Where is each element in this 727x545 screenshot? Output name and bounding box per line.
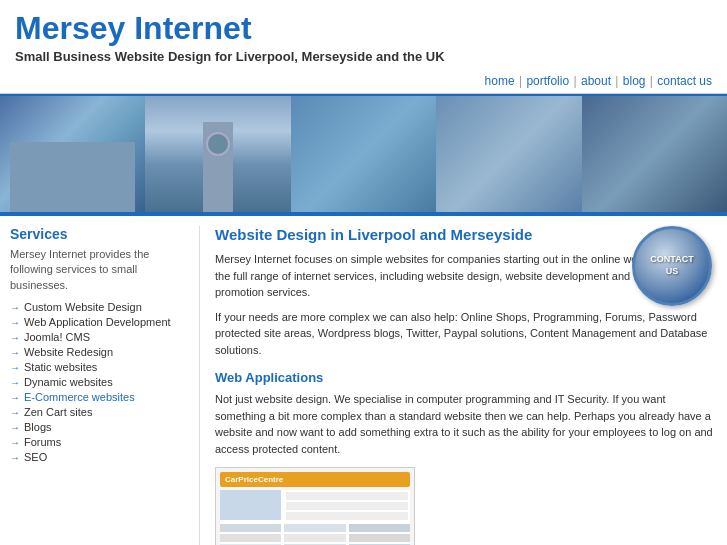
arrow-icon: → bbox=[10, 407, 20, 418]
arrow-icon: → bbox=[10, 422, 20, 433]
nav-portfolio[interactable]: portfolio bbox=[526, 74, 569, 88]
nav-sep-4: | bbox=[650, 74, 653, 88]
contact-btn-label: CONTACTUS bbox=[650, 254, 693, 277]
sidebar-link-dynamic[interactable]: Dynamic websites bbox=[24, 376, 113, 388]
nav-home[interactable]: home bbox=[485, 74, 515, 88]
image-strip bbox=[0, 94, 727, 214]
list-item: → Forums bbox=[10, 436, 189, 448]
sidebar-link-forums[interactable]: Forums bbox=[24, 436, 61, 448]
nav-blog[interactable]: blog bbox=[623, 74, 646, 88]
arrow-icon: → bbox=[10, 332, 20, 343]
arrow-icon: → bbox=[10, 452, 20, 463]
list-item: → SEO bbox=[10, 451, 189, 463]
sidebar: Services Mersey Internet provides the fo… bbox=[10, 226, 200, 545]
sidebar-link-joomla[interactable]: Joomla! CMS bbox=[24, 331, 90, 343]
sidebar-link-ecommerce[interactable]: E-Commerce websites bbox=[24, 391, 135, 403]
list-item: → Dynamic websites bbox=[10, 376, 189, 388]
sidebar-link-custom-website[interactable]: Custom Website Design bbox=[24, 301, 142, 313]
portfolio-screenshot: CarPriceCentre bbox=[215, 467, 415, 545]
list-item: → Zen Cart sites bbox=[10, 406, 189, 418]
list-item: → Blogs bbox=[10, 421, 189, 433]
list-item: → Joomla! CMS bbox=[10, 331, 189, 343]
content-area: CONTACTUS Website Design in Liverpool an… bbox=[200, 226, 717, 545]
nav-about[interactable]: about bbox=[581, 74, 611, 88]
main-content: Services Mersey Internet provides the fo… bbox=[0, 214, 727, 545]
arrow-icon: → bbox=[10, 317, 20, 328]
sidebar-link-zencart[interactable]: Zen Cart sites bbox=[24, 406, 92, 418]
list-item: → Website Redesign bbox=[10, 346, 189, 358]
sidebar-heading: Services bbox=[10, 226, 189, 242]
list-item: → E-Commerce websites bbox=[10, 391, 189, 403]
nav-sep-2: | bbox=[573, 74, 576, 88]
web-apps-heading: Web Applications bbox=[215, 370, 717, 385]
nav-sep-3: | bbox=[615, 74, 618, 88]
nav-contact[interactable]: contact us bbox=[657, 74, 712, 88]
arrow-icon: → bbox=[10, 392, 20, 403]
sidebar-description: Mersey Internet provides the following s… bbox=[10, 247, 189, 293]
arrow-icon: → bbox=[10, 377, 20, 388]
arrow-icon: → bbox=[10, 302, 20, 313]
list-item: → Static websites bbox=[10, 361, 189, 373]
strip-image-2 bbox=[145, 96, 290, 212]
list-item: → Web Application Development bbox=[10, 316, 189, 328]
strip-image-1 bbox=[0, 96, 145, 212]
site-title: Mersey Internet bbox=[15, 10, 712, 47]
contact-us-button[interactable]: CONTACTUS bbox=[632, 226, 712, 306]
portfolio-bar-label: CarPriceCentre bbox=[225, 475, 283, 484]
strip-image-5 bbox=[582, 96, 727, 212]
sidebar-link-seo[interactable]: SEO bbox=[24, 451, 47, 463]
strip-image-4 bbox=[436, 96, 581, 212]
arrow-icon: → bbox=[10, 362, 20, 373]
portfolio-bar: CarPriceCentre bbox=[220, 472, 410, 487]
strip-image-3 bbox=[291, 96, 436, 212]
intro-para-2: If your needs are more complex we can al… bbox=[215, 309, 717, 359]
tagline: Small Business Website Design for Liverp… bbox=[15, 49, 712, 64]
sidebar-link-static[interactable]: Static websites bbox=[24, 361, 97, 373]
sidebar-link-redesign[interactable]: Website Redesign bbox=[24, 346, 113, 358]
arrow-icon: → bbox=[10, 347, 20, 358]
web-apps-para: Not just website design. We specialise i… bbox=[215, 391, 717, 457]
header: Mersey Internet Small Business Website D… bbox=[0, 0, 727, 69]
sidebar-link-web-app[interactable]: Web Application Development bbox=[24, 316, 171, 328]
arrow-icon: → bbox=[10, 437, 20, 448]
nav-sep-1: | bbox=[519, 74, 522, 88]
sidebar-link-blogs[interactable]: Blogs bbox=[24, 421, 52, 433]
list-item: → Custom Website Design bbox=[10, 301, 189, 313]
nav: home | portfolio | about | blog | contac… bbox=[0, 69, 727, 94]
